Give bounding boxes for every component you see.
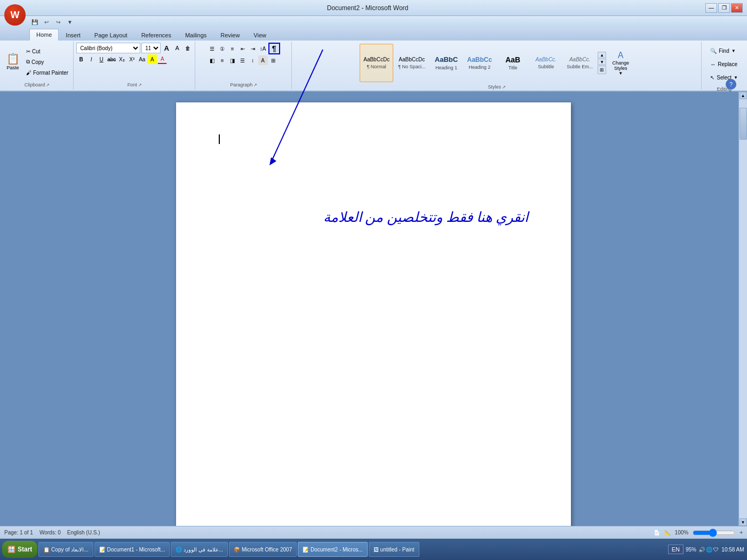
scroll-thumb[interactable] (740, 108, 747, 140)
justify-button[interactable]: ☰ (238, 55, 248, 65)
arabic-text-content: انقري هنا فقط وتتخلصين من العلامة (219, 209, 528, 226)
shrink-font-button[interactable]: A (172, 43, 182, 53)
case-button[interactable]: Aa (137, 54, 147, 64)
format-painter-button[interactable]: 🖌 Format Painter (23, 68, 71, 77)
qat-customize-button[interactable]: ▼ (65, 17, 75, 27)
title-bar: Document2 - Microsoft Word — ❐ ✕ (0, 0, 747, 16)
font-name-select[interactable]: Calibri (Body) (76, 43, 140, 53)
taskbar-item-0[interactable]: 📋 Copy of الابعاد... (38, 542, 93, 557)
paste-button[interactable]: 📋 Paste (3, 47, 22, 77)
window-title: Document2 - Microsoft Word (327, 4, 409, 12)
tab-references[interactable]: References (134, 29, 178, 41)
select-button[interactable]: ↖ Select ▼ (706, 71, 742, 83)
change-styles-button[interactable]: A ChangeStyles ▼ (607, 48, 634, 78)
paragraph-mark-button[interactable]: ¶ (268, 43, 280, 54)
italic-button[interactable]: I (86, 54, 96, 64)
word-count: Words: 0 (39, 530, 61, 535)
bold-button[interactable]: B (76, 54, 86, 64)
cut-button[interactable]: ✂ Cut (23, 46, 71, 56)
font-size-select[interactable]: 11 (141, 43, 161, 53)
status-bar: Page: 1 of 1 Words: 0 English (U.S.) 📄 📐… (0, 526, 747, 539)
zoom-slider[interactable] (693, 529, 735, 537)
style-title[interactable]: AaB Title (497, 44, 529, 82)
styles-group: AaBbCcDc ¶ Normal AaBbCcDc ¶ No Spaci...… (292, 42, 702, 90)
font-group: Calibri (Body) 11 A A 🗑 B I U abc X₂ X² … (74, 42, 195, 90)
tab-home[interactable]: Home (29, 29, 59, 41)
tab-page-layout[interactable]: Page Layout (88, 29, 134, 41)
ribbon: 📋 Paste ✂ Cut ⧉ Copy 🖌 Format Painter C (0, 41, 747, 92)
taskbar-item-1[interactable]: 📝 Document1 - Microsoft... (94, 542, 170, 557)
align-right-button[interactable]: ◨ (228, 55, 237, 65)
tab-mailings[interactable]: Mailings (178, 29, 213, 41)
close-button[interactable]: ✕ (731, 3, 743, 13)
document-area[interactable]: انقري هنا فقط وتتخلصين من العلامة (0, 92, 747, 526)
taskbar: 🪟 Start 📋 Copy of الابعاد... 📝 Document1… (0, 539, 747, 560)
style-heading1[interactable]: AaBbC Heading 1 (430, 44, 462, 82)
highlight-color-button[interactable]: A (147, 54, 157, 64)
clipboard-group: 📋 Paste ✂ Cut ⧉ Copy 🖌 Format Painter C (1, 42, 74, 90)
shading-button[interactable]: A (258, 55, 268, 65)
taskbar-item-2[interactable]: 🌐 علامة في الوورد... (171, 542, 228, 557)
numbering-button[interactable]: ① (218, 44, 227, 53)
editing-group: 🔍 Find ▼ ↔ Replace ↖ Select ▼ Editing (702, 42, 746, 90)
scroll-down-arrow[interactable]: ▼ (740, 518, 747, 526)
taskbar-item-4[interactable]: 📝 Document2 - Micros... (298, 542, 368, 557)
tab-insert[interactable]: Insert (59, 29, 88, 41)
svg-marker-1 (269, 157, 276, 165)
styles-more-button[interactable]: ⊞ (598, 66, 606, 74)
align-center-button[interactable]: ≡ (218, 55, 227, 65)
line-spacing-button[interactable]: ↕ (248, 55, 258, 65)
find-button[interactable]: 🔍 Find ▼ (706, 45, 742, 57)
clear-format-button[interactable]: 🗑 (183, 43, 193, 53)
font-color-button[interactable]: A (157, 54, 167, 64)
style-subtitle[interactable]: AaBbCc. Subtitle (530, 44, 562, 82)
save-qat-button[interactable]: 💾 (29, 17, 40, 27)
style-no-spacing[interactable]: AaBbCcDc ¶ No Spaci... (394, 44, 429, 82)
text-cursor (219, 134, 220, 144)
copy-button[interactable]: ⧉ Copy (23, 57, 71, 67)
style-normal[interactable]: AaBbCcDc ¶ Normal (360, 44, 393, 82)
zoom-percent[interactable]: 95% (686, 547, 696, 553)
document-page[interactable]: انقري هنا فقط وتتخلصين من العلامة (176, 102, 571, 526)
vertical-scrollbar[interactable]: ▲ ▼ (738, 92, 747, 526)
restore-button[interactable]: ❐ (718, 3, 730, 13)
borders-button[interactable]: ⊞ (268, 55, 278, 65)
annotation-arrow-svg (0, 92, 747, 526)
taskbar-item-5[interactable]: 🖼 untitled - Paint (369, 542, 419, 557)
subscript-button[interactable]: X₂ (117, 54, 126, 64)
styles-scroll-down[interactable]: ▼ (598, 59, 606, 65)
style-subtle-emphasis[interactable]: AaBbCc. Subtle Em... (563, 44, 597, 82)
paragraph-group: ☰ ① ≡ ⇤ ⇥ ↕A ¶ ◧ ≡ ◨ ☰ ↕ A ⊞ Paragraph ↗ (196, 42, 292, 90)
page-info: Page: 1 of 1 (4, 530, 33, 535)
decrease-indent-button[interactable]: ⇤ (238, 44, 248, 53)
language-status: English (U.S.) (67, 530, 100, 535)
ribbon-tabs: Home Insert Page Layout References Maili… (0, 28, 747, 41)
replace-button[interactable]: ↔ Replace (706, 58, 742, 70)
underline-button[interactable]: U (97, 54, 106, 64)
strikethrough-button[interactable]: abc (107, 54, 116, 64)
minimize-button[interactable]: — (705, 3, 717, 13)
tab-review[interactable]: Review (213, 29, 247, 41)
tab-view[interactable]: View (247, 29, 273, 41)
grow-font-button[interactable]: A (162, 43, 171, 53)
increase-indent-button[interactable]: ⇥ (248, 44, 258, 53)
scroll-up-arrow[interactable]: ▲ (740, 92, 747, 99)
styles-scroll-up[interactable]: ▲ (598, 52, 606, 58)
multilevel-list-button[interactable]: ≡ (228, 44, 237, 53)
help-button[interactable]: ? (726, 79, 736, 90)
office-orb[interactable]: W (4, 4, 26, 26)
taskbar-item-3[interactable]: 📦 Microsoft Office 2007 (229, 542, 297, 557)
style-heading2[interactable]: AaBbCc Heading 2 (463, 44, 496, 82)
language-indicator[interactable]: EN (668, 545, 684, 554)
start-button[interactable]: 🪟 Start (2, 541, 37, 558)
bullets-button[interactable]: ☰ (208, 44, 217, 53)
clock: 10:58 AM (721, 547, 745, 553)
sort-button[interactable]: ↕A (258, 44, 268, 53)
redo-qat-button[interactable]: ↪ (53, 17, 63, 27)
align-left-button[interactable]: ◧ (208, 55, 217, 65)
undo-qat-button[interactable]: ↩ (41, 17, 52, 27)
quick-access-toolbar: 💾 ↩ ↪ ▼ (0, 16, 747, 28)
svg-line-0 (272, 92, 323, 160)
window-controls: — ❐ ✕ (705, 3, 743, 13)
superscript-button[interactable]: X² (127, 54, 137, 64)
